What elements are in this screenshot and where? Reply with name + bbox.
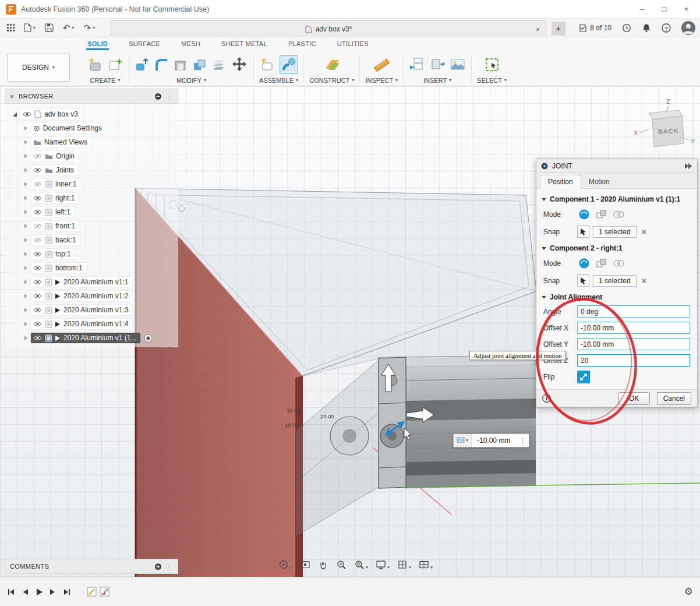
snap-select-cursor-icon[interactable] <box>577 226 589 238</box>
timeline-sketch-feature-icon[interactable] <box>87 587 97 597</box>
visibility-eye-off-icon[interactable] <box>33 181 42 187</box>
joint-dialog-header[interactable]: JOINT <box>536 159 697 173</box>
visibility-eye-icon[interactable] <box>33 293 42 299</box>
play-icon[interactable] <box>35 587 43 597</box>
create-sketch-icon[interactable] <box>107 57 123 73</box>
settings-gear-icon[interactable]: ⚙ <box>684 586 693 598</box>
tab-sheet-metal[interactable]: SHEET METAL <box>220 39 268 50</box>
add-comment-icon[interactable] <box>154 563 162 570</box>
joint-alignment-section-header[interactable]: Joint Alignment <box>542 293 692 301</box>
clear-selection-icon[interactable]: × <box>640 227 648 237</box>
insert-canvas-icon[interactable] <box>450 57 466 73</box>
visibility-eye-icon[interactable] <box>33 195 42 201</box>
joint-tool-icon[interactable] <box>280 55 298 74</box>
mode-between-faces-icon[interactable] <box>612 256 626 270</box>
collapsed-caret-icon[interactable] <box>24 182 27 186</box>
mode-simple-icon[interactable] <box>577 207 591 221</box>
tab-mesh[interactable]: MESH <box>180 39 201 50</box>
collapsed-caret-icon[interactable] <box>24 280 27 284</box>
visibility-eye-icon[interactable] <box>33 279 42 285</box>
browser-item[interactable]: inner:1 <box>5 177 178 191</box>
component2-section-header[interactable]: Component 2 - right:1 <box>542 244 692 252</box>
viewport[interactable]: 10.00 20.00 10.00 « BROWSER ⋮ adv box v3… <box>0 86 700 577</box>
mode-simple-icon[interactable] <box>577 256 591 270</box>
panel-drag-handle-icon[interactable]: ⋮ <box>167 563 173 570</box>
tab-solid[interactable]: SOLID <box>86 39 109 50</box>
info-icon[interactable] <box>542 394 551 403</box>
browser-item[interactable]: Joints <box>5 163 178 177</box>
offset-value-field[interactable]: -10.00 mm <box>472 436 515 445</box>
insert-dropdown[interactable]: INSERT▾ <box>423 77 451 85</box>
browser-item[interactable]: 2020 Aluminium v1:1 <box>5 275 178 289</box>
browser-item[interactable]: 2020 Aluminium v1:2 <box>5 289 178 303</box>
shell-icon[interactable] <box>173 57 188 72</box>
orbit-icon[interactable]: ▾ <box>278 559 292 570</box>
close-tab-icon[interactable]: × <box>535 25 540 34</box>
collapsed-caret-icon[interactable] <box>24 196 27 200</box>
more-options-icon[interactable]: ⋮ <box>515 436 529 445</box>
collapse-panel-icon[interactable]: « <box>10 93 14 100</box>
fillet-icon[interactable] <box>154 57 169 72</box>
measure-icon[interactable] <box>373 57 390 73</box>
skip-to-start-icon[interactable] <box>7 588 15 596</box>
visibility-eye-icon[interactable] <box>23 111 31 117</box>
tab-motion[interactable]: Motion <box>581 175 617 188</box>
collapsed-caret-icon[interactable] <box>24 224 27 228</box>
collapsed-caret-icon[interactable] <box>24 126 27 131</box>
offset-value-flyout[interactable]: ▾ -10.00 mm ⋮ <box>453 434 529 448</box>
modify-dropdown[interactable]: MODIFY▾ <box>176 77 206 85</box>
collapsed-caret-icon[interactable] <box>24 294 27 298</box>
browser-item[interactable]: Named Views <box>5 135 178 149</box>
insert-derive-icon[interactable] <box>429 57 446 73</box>
snap-select-cursor-icon[interactable] <box>577 274 589 287</box>
display-settings-icon[interactable]: ▾ <box>376 559 390 570</box>
construct-dropdown[interactable]: CONSTRUCT▾ <box>309 77 354 85</box>
browser-item[interactable]: top:1 <box>5 247 178 261</box>
document-tab[interactable]: adv box v3* × <box>111 20 546 37</box>
zoom-window-icon[interactable]: ▾ <box>354 559 368 570</box>
comments-header[interactable]: COMMENTS ⋮ <box>5 559 178 574</box>
offset-z-input[interactable] <box>577 354 690 367</box>
create-dropdown[interactable]: CREATE▾ <box>90 77 121 85</box>
inspect-dropdown[interactable]: INSPECT▾ <box>365 77 398 85</box>
look-at-icon[interactable] <box>300 559 310 570</box>
workspace-selector[interactable]: DESIGN▾ <box>7 54 70 82</box>
collapsed-caret-icon[interactable] <box>24 154 27 158</box>
tab-surface[interactable]: SURFACE <box>128 39 161 50</box>
collapsed-caret-icon[interactable] <box>24 322 27 326</box>
pan-hand-icon[interactable] <box>318 559 328 570</box>
tab-position[interactable]: Position <box>540 175 581 189</box>
collapsed-caret-icon[interactable] <box>24 308 27 312</box>
collapsed-caret-icon[interactable] <box>24 266 27 270</box>
visibility-eye-icon[interactable] <box>33 167 42 173</box>
visibility-eye-icon[interactable] <box>33 335 42 341</box>
clear-selection-icon[interactable]: × <box>640 276 648 286</box>
new-solid-icon[interactable] <box>87 57 103 73</box>
pattern-icon[interactable] <box>211 57 227 72</box>
visibility-eye-icon[interactable] <box>33 251 42 257</box>
browser-item[interactable]: bottom:1 <box>5 261 178 275</box>
browser-item[interactable]: back:1 <box>5 233 178 247</box>
timeline-joint-feature-icon[interactable] <box>100 587 109 597</box>
browser-item-root[interactable]: adv box v3 <box>5 107 178 121</box>
zoom-icon[interactable] <box>336 559 347 570</box>
select-tool-icon[interactable] <box>484 57 500 73</box>
snap-selection-count[interactable]: 1 selected <box>593 275 637 287</box>
new-tab-button[interactable]: + <box>551 22 565 36</box>
browser-item[interactable]: 2020 Aluminium v1:3 <box>5 303 178 317</box>
visibility-eye-icon[interactable] <box>33 321 42 327</box>
move-copy-icon[interactable] <box>231 56 248 73</box>
user-avatar[interactable] <box>681 21 695 35</box>
select-dropdown[interactable]: SELECT▾ <box>477 77 507 85</box>
browser-item[interactable]: ⚙Document Settings <box>5 121 178 135</box>
minimize-button[interactable]: – <box>640 5 644 13</box>
browser-item[interactable]: Origin <box>5 149 178 163</box>
help-icon[interactable]: ? <box>662 23 671 33</box>
visibility-eye-icon[interactable] <box>33 209 42 215</box>
viewports-icon[interactable]: ▾ <box>419 559 433 570</box>
collapsed-caret-icon[interactable] <box>24 140 27 145</box>
flip-button[interactable] <box>577 371 590 383</box>
viewcube[interactable]: Z X Y BACK <box>632 97 698 155</box>
tab-utilities[interactable]: UTILITIES <box>336 39 370 50</box>
collapsed-caret-icon[interactable] <box>24 238 27 242</box>
